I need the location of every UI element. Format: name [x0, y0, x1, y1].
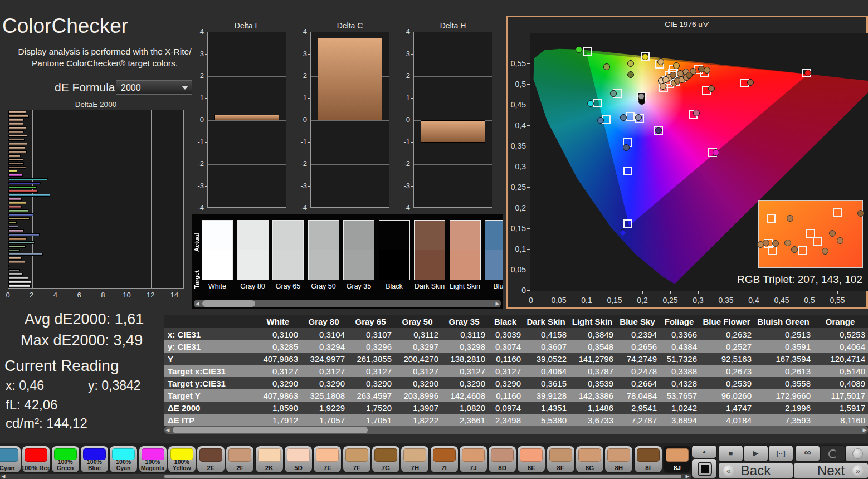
inset-measured-marker [837, 237, 843, 244]
patch-scrollbar-thumb[interactable] [164, 475, 681, 478]
refresh-button[interactable] [821, 446, 845, 461]
patch-button-8j[interactable]: 8J [664, 446, 691, 472]
scroll-right-icon[interactable]: ▶ [684, 473, 691, 479]
next-button[interactable]: Next » [794, 463, 868, 478]
table-row: y: CIE310,32850,32940,32960,32970,32980,… [164, 340, 868, 353]
color-chip [637, 448, 660, 462]
patch-button-100-yellow[interactable]: 100%Yellow [168, 446, 196, 472]
y-tick-label: -1 [191, 138, 204, 146]
y-tick [308, 76, 310, 76]
patch-button-cyan[interactable]: Cyan [0, 446, 21, 472]
table-cell: 0,2613 [756, 365, 815, 377]
cie-x-tick [782, 291, 782, 294]
swatch-actual [485, 221, 503, 250]
table-cell: 7,2787 [618, 414, 661, 426]
y-tick [308, 98, 310, 99]
measured-point-marker [708, 85, 715, 92]
table-scrollbar-thumb[interactable] [173, 427, 368, 433]
pattern-window-button[interactable] [692, 459, 716, 478]
patch-button-7i[interactable]: 7I [431, 446, 458, 472]
gridline [32, 110, 33, 288]
patch-button-8i[interactable]: 8I [635, 446, 662, 472]
measured-point-marker [587, 100, 594, 107]
blank-button[interactable] [846, 446, 868, 461]
back-arrow-icon: « [723, 465, 734, 476]
stop-button[interactable]: ■ [719, 446, 743, 461]
patch-button-7h[interactable]: 7H [401, 446, 428, 472]
deltae-bar [8, 126, 26, 129]
scroll-left-icon[interactable]: ◀ [0, 473, 7, 479]
scroll-left-icon[interactable]: ◀ [164, 427, 171, 433]
table-cell: 0,3127 [490, 365, 525, 377]
deltae-bar [8, 170, 17, 173]
measured-point-marker [635, 114, 642, 121]
patch-button-8g[interactable]: 8G [576, 446, 603, 472]
scroll-right-icon[interactable]: ▶ [494, 300, 501, 307]
patch-button-7e[interactable]: 7E [314, 446, 341, 472]
deltae-bar [8, 229, 24, 232]
de-formula-label: dE Formula: [55, 81, 118, 94]
table-scrollbar[interactable]: ◀ ▶ [164, 426, 868, 434]
table-cell: 0,4328 [661, 377, 701, 389]
gridline [414, 99, 492, 99]
deltae-bar [8, 143, 27, 145]
patch-button-100-red[interactable]: 100% Red [22, 446, 50, 472]
color-chip [549, 448, 572, 462]
patch-button-8f[interactable]: 8F [547, 446, 574, 472]
patch-button-8h[interactable]: 8H [605, 446, 632, 472]
deltae-bar [8, 166, 26, 169]
measured-point-marker [655, 127, 662, 134]
colorchecker-data-table: WhiteGray 80Gray 65Gray 50Gray 35BlackDa… [164, 315, 868, 426]
inset-target-marker [798, 246, 807, 255]
play-button[interactable]: ▶ [744, 446, 768, 461]
table-cell: 0,2632 [701, 328, 756, 340]
deltae-bar [8, 253, 43, 256]
swatch-actual [202, 221, 232, 250]
y-tick [308, 164, 310, 164]
swatch-target [379, 250, 409, 280]
continuous-measure-button[interactable]: ∞ [796, 446, 820, 461]
y-tick-label: 0 [294, 115, 307, 124]
patch-button-2f[interactable]: 2F [226, 446, 253, 472]
patch-button-7f[interactable]: 7F [343, 446, 370, 472]
patch-button-2k[interactable]: 2K [256, 446, 283, 472]
cie-x-tick-label: 0,55 [826, 296, 849, 305]
next-arrow-icon: » [852, 465, 864, 476]
patch-button-7g[interactable]: 7G [372, 446, 399, 472]
table-cell: 0,3298 [443, 340, 490, 353]
column-header: Foliage [661, 315, 701, 328]
swatch-scrollbar-thumb[interactable] [202, 300, 255, 307]
scroll-left-icon[interactable]: ◀ [194, 300, 201, 307]
patch-button-100-green[interactable]: 100%Green [52, 446, 79, 472]
single-measure-button[interactable]: [··] [769, 446, 793, 461]
y-tick-label: 2 [191, 71, 204, 80]
patch-button-100-cyan[interactable]: 100%Cyan [110, 446, 137, 472]
patch-button-100-blue[interactable]: 100%Blue [81, 446, 108, 472]
table-cell: 2,3498 [490, 414, 525, 426]
patch-button-8e[interactable]: 8E [518, 446, 545, 472]
patch-button-8d[interactable]: 8D [489, 446, 516, 472]
deltae-bar [8, 213, 33, 216]
patch-scrollbar[interactable]: ◀ ▶ [0, 474, 691, 479]
scroll-right-icon[interactable]: ▶ [861, 427, 868, 433]
patch-button-100-magenta[interactable]: 100%Magenta [139, 446, 167, 472]
y-tick-label: -3 [397, 182, 410, 190]
cie-y-tick-label: 0,5 [508, 80, 526, 89]
back-button[interactable]: « Back [719, 463, 793, 478]
de-formula-dropdown[interactable]: 2000 [116, 80, 192, 95]
color-chip [491, 448, 514, 462]
patch-button-2e[interactable]: 2E [197, 446, 225, 472]
column-header: Blue Flower [701, 315, 756, 328]
delta_h-chart [413, 32, 492, 208]
deltae-bar [8, 277, 28, 280]
gridline [311, 187, 389, 187]
scroll-up-button[interactable]: ▲ [692, 446, 716, 458]
patch-button-5d[interactable]: 5D [285, 446, 312, 472]
table-cell: 1,7520 [349, 402, 396, 414]
deltae-bar [8, 130, 24, 133]
deltae-bar [8, 241, 35, 244]
swatch-scrollbar[interactable]: ◀ ▶ [194, 300, 501, 307]
patch-button-7j[interactable]: 7J [460, 446, 487, 472]
swatch-label: Gray 35 [340, 282, 377, 290]
gridline [208, 187, 286, 187]
